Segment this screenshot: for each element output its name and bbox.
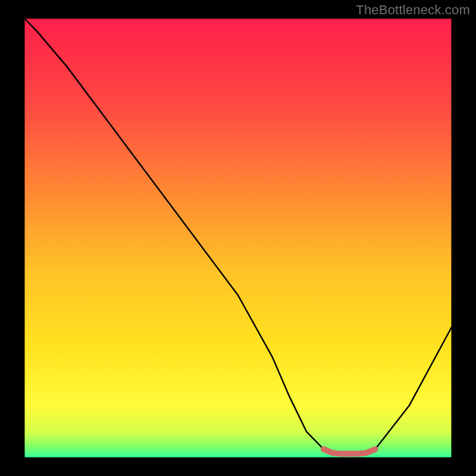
plot-background [24,18,452,458]
chart-stage: TheBottleneck.com [0,0,476,476]
attribution-label: TheBottleneck.com [356,2,470,18]
chart-canvas [0,0,476,476]
